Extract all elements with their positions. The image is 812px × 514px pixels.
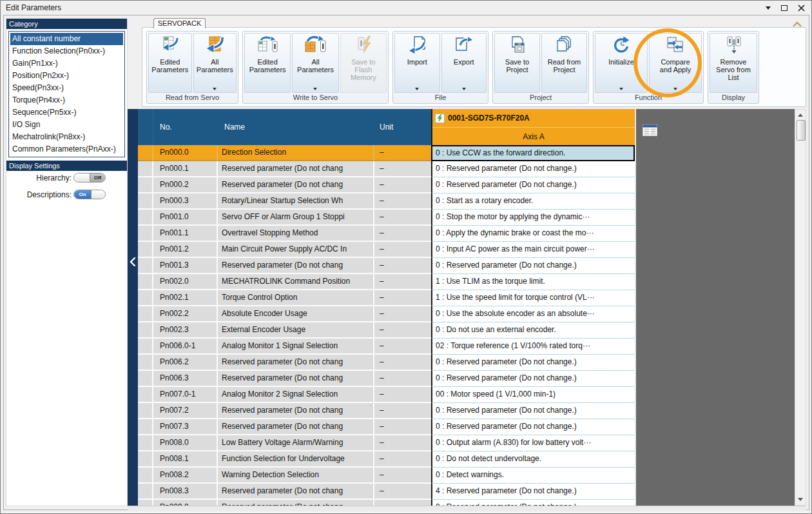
unit-cell[interactable]: – xyxy=(374,371,431,387)
unit-cell[interactable]: – xyxy=(374,484,431,500)
value-cell[interactable]: 0 : Reserved parameter (Do not change.) xyxy=(431,371,635,387)
initialize-button[interactable]: Initialize xyxy=(595,33,648,93)
no-cell[interactable]: Pn009.0 xyxy=(153,500,218,506)
close-button[interactable] xyxy=(798,5,805,12)
unit-cell[interactable]: – xyxy=(374,290,431,306)
unit-cell[interactable]: – xyxy=(374,322,431,339)
no-cell[interactable]: Pn000.1 xyxy=(153,161,218,177)
value-cell[interactable]: 00 : Motor speed (1 V/1,000 min-1) xyxy=(431,387,635,403)
name-cell[interactable]: Warning Detection Selection xyxy=(218,468,374,484)
rowsel-cell[interactable] xyxy=(138,435,153,451)
value-cell[interactable]: 02 : Torque reference (1 V/100% rated to… xyxy=(431,339,635,355)
no-cell[interactable]: Pn002.0 xyxy=(153,274,218,290)
value-cell[interactable]: 0 : Reserved parameter (Do not change.) xyxy=(431,161,635,177)
name-cell[interactable]: Absolute Encoder Usage xyxy=(218,306,374,322)
no-cell[interactable]: Pn000.3 xyxy=(153,193,218,210)
read-edited-parameters-button[interactable]: Edited Parameters xyxy=(148,33,192,93)
name-cell[interactable]: MECHATROLINK Command Position xyxy=(218,274,374,290)
write-all-parameters-button[interactable]: All Parameters xyxy=(292,33,338,93)
value-cell[interactable]: 0 : Use CCW as the forward direction. xyxy=(431,145,635,161)
unit-cell[interactable]: – xyxy=(374,468,431,484)
unit-cell[interactable]: – xyxy=(374,387,431,403)
value-cell[interactable]: 0 : Stop the motor by applying the dynam… xyxy=(431,210,635,226)
name-cell[interactable]: Rotary/Linear Startup Selection Wh xyxy=(218,193,374,210)
rowsel-cell[interactable] xyxy=(138,161,153,177)
rowsel-cell[interactable] xyxy=(138,322,153,339)
rowsel-cell[interactable] xyxy=(138,290,153,306)
remove-servo-from-list-button[interactable]: Remove Servo from List xyxy=(710,33,757,93)
category-item[interactable]: Common Parameters(PnAxx-) xyxy=(10,143,123,155)
rowsel-cell[interactable] xyxy=(138,339,153,355)
category-item[interactable]: I/O Sign xyxy=(10,119,123,131)
no-cell[interactable]: Pn002.3 xyxy=(153,322,218,339)
horizontal-scrollbar-strip[interactable] xyxy=(128,506,806,511)
rowsel-cell[interactable] xyxy=(138,258,153,274)
value-cell[interactable]: 0 : Start as a rotary encoder. xyxy=(431,193,635,210)
rowsel-cell[interactable] xyxy=(138,242,153,258)
value-cell[interactable]: 0 : Reserved parameter (Do not change.) xyxy=(431,177,635,193)
unit-cell[interactable]: – xyxy=(374,451,431,468)
hierarchy-toggle[interactable]: Off xyxy=(73,173,106,183)
read-all-parameters-button[interactable]: All Parameters xyxy=(193,33,237,93)
name-cell[interactable]: Analog Monitor 1 Signal Selection xyxy=(218,339,374,355)
no-cell[interactable]: Pn008.3 xyxy=(153,484,218,500)
no-cell[interactable]: Pn002.2 xyxy=(153,306,218,322)
unit-cell[interactable]: – xyxy=(374,435,431,451)
rowsel-cell[interactable] xyxy=(138,210,153,226)
axis-header[interactable]: Axis A xyxy=(432,127,635,145)
rowsel-cell[interactable] xyxy=(138,484,153,500)
category-item[interactable]: Mechatrolink(Pn8xx-) xyxy=(10,131,123,143)
vertical-scrollbar[interactable] xyxy=(795,109,806,506)
scroll-up-button[interactable] xyxy=(798,114,803,117)
no-cell[interactable]: Pn006.0-1 xyxy=(153,339,218,355)
value-cell[interactable]: 0 : Output alarm (A.830) for low battery… xyxy=(431,435,635,451)
no-cell[interactable]: Pn007.3 xyxy=(153,419,218,435)
category-item[interactable]: All constant number xyxy=(10,33,123,45)
name-cell[interactable]: Overtravel Stopping Method xyxy=(218,226,374,242)
no-cell[interactable]: Pn006.2 xyxy=(153,355,218,371)
rowsel-cell[interactable] xyxy=(138,355,153,371)
no-cell[interactable]: Pn001.0 xyxy=(153,210,218,226)
panel-collapse-strip[interactable] xyxy=(128,109,138,506)
rowsel-cell[interactable] xyxy=(138,451,153,468)
rowsel-cell[interactable] xyxy=(138,226,153,242)
compare-and-apply-button[interactable]: Compare and Apply xyxy=(649,33,702,93)
value-cell[interactable]: 1 : Use the speed limit for torque contr… xyxy=(431,290,635,306)
name-cell[interactable]: Reserved parameter (Do not chang xyxy=(218,161,374,177)
category-item[interactable]: Speed(Pn3xx-) xyxy=(10,82,123,94)
rowsel-cell[interactable] xyxy=(138,371,153,387)
value-cell[interactable]: 4 : Reserved parameter (Do not change.) xyxy=(431,484,635,500)
unit-cell[interactable]: – xyxy=(374,355,431,371)
rowsel-cell[interactable] xyxy=(138,306,153,322)
unit-cell[interactable]: – xyxy=(374,419,431,435)
panel-collapse-button[interactable] xyxy=(129,257,137,270)
value-cell[interactable]: 0 : Apply the dynamic brake or coast the… xyxy=(431,226,635,242)
unit-cell[interactable]: – xyxy=(374,210,431,226)
unit-cell[interactable]: – xyxy=(374,177,431,193)
category-item[interactable]: Torque(Pn4xx-) xyxy=(10,94,123,106)
no-cell[interactable]: Pn006.3 xyxy=(153,371,218,387)
tab-servopack[interactable]: SERVOPACK xyxy=(153,18,206,28)
value-cell[interactable]: 0 : Reserved parameter (Do not change.) xyxy=(431,403,635,419)
scroll-down-button[interactable] xyxy=(798,498,803,501)
name-cell[interactable]: Torque Control Option xyxy=(218,290,374,306)
import-button[interactable]: Import xyxy=(394,33,440,93)
name-cell[interactable]: Reserved parameter (Do not chang xyxy=(218,500,374,506)
value-cell[interactable]: 0 : Use the absolute encoder as an absol… xyxy=(431,306,635,322)
maximize-button[interactable] xyxy=(781,5,788,11)
unit-cell[interactable]: – xyxy=(374,226,431,242)
unit-cell[interactable]: – xyxy=(374,500,431,506)
value-cell[interactable]: 0 : Do not detect undervoltage. xyxy=(431,451,635,468)
unit-cell[interactable]: – xyxy=(374,258,431,274)
save-to-project-button[interactable]: Save to Project xyxy=(494,33,540,93)
window-menu-button[interactable] xyxy=(766,6,771,10)
unit-cell[interactable]: – xyxy=(374,242,431,258)
no-cell[interactable]: Pn000.2 xyxy=(153,177,218,193)
rowsel-cell[interactable] xyxy=(138,274,153,290)
rowsel-cell[interactable] xyxy=(138,145,153,161)
unit-cell[interactable]: – xyxy=(374,403,431,419)
value-cell[interactable]: 0 : Input AC power as the main circuit p… xyxy=(431,242,635,258)
rowsel-cell[interactable] xyxy=(138,500,153,506)
no-cell[interactable]: Pn008.1 xyxy=(153,451,218,468)
name-cell[interactable]: Reserved parameter (Do not chang xyxy=(218,371,374,387)
